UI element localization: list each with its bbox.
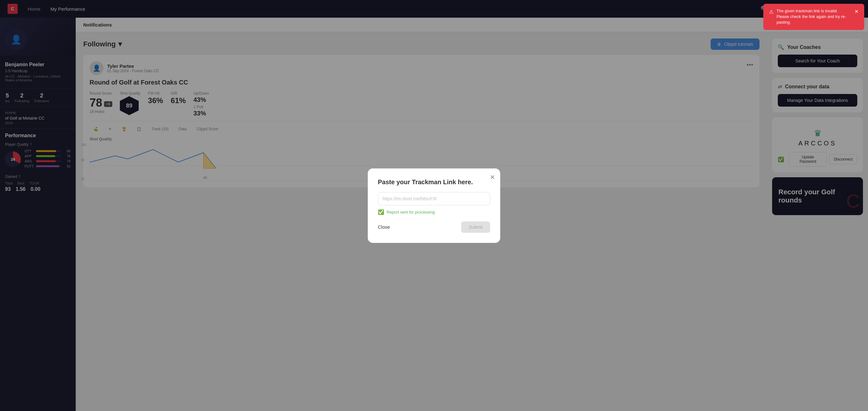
modal-close-button[interactable]: Close bbox=[378, 224, 390, 230]
success-check-icon: ✅ bbox=[378, 209, 384, 215]
modal-title: Paste your Trackman Link here. bbox=[378, 179, 490, 186]
toast-warning-icon: ⚠ bbox=[769, 8, 773, 15]
error-toast: ⚠ The given trackman link is invalid. Pl… bbox=[763, 4, 864, 30]
modal-success-message: ✅ Report sent for processing bbox=[378, 209, 490, 215]
modal-close-icon[interactable]: ✕ bbox=[490, 173, 495, 181]
toast-message: The given trackman link is invalid. Plea… bbox=[777, 8, 848, 26]
toast-close-icon[interactable]: ✕ bbox=[855, 8, 859, 15]
modal-submit-button[interactable]: Submit bbox=[461, 221, 490, 233]
modal-overlay: ✕ Paste your Trackman Link here. ✅ Repor… bbox=[0, 0, 868, 411]
trackman-modal: ✕ Paste your Trackman Link here. ✅ Repor… bbox=[368, 168, 500, 243]
trackman-link-input[interactable] bbox=[378, 192, 490, 205]
